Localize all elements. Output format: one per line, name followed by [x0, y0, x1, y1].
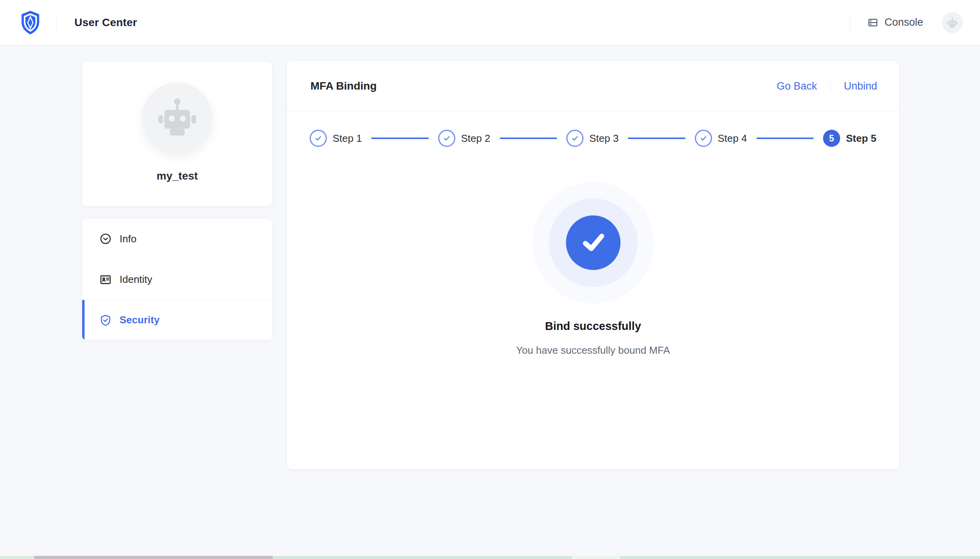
sidebar-item-label: Identity [120, 273, 152, 286]
sidebar-item-info[interactable]: Info [82, 219, 272, 259]
sidebar-menu: Info Identity Security [82, 218, 273, 340]
mfa-binding-panel: MFA Binding Go Back Unbind Step 1 Step 2… [287, 61, 899, 469]
mfa-stepper: Step 1 Step 2 Step 3 Step 4 5 Step 5 [310, 130, 876, 147]
step-label: Step 3 [589, 132, 619, 145]
step-check-icon [695, 130, 712, 147]
panel-title: MFA Binding [310, 80, 377, 92]
step-5: 5 Step 5 [823, 130, 876, 147]
bind-result: Bind successfully You have successfully … [287, 215, 899, 356]
step-2: Step 2 [438, 130, 490, 147]
step-label: Step 2 [461, 132, 490, 145]
face-icon [99, 233, 112, 245]
result-subtitle: You have successfully bound MFA [516, 344, 670, 356]
step-1: Step 1 [310, 130, 362, 147]
sidebar-item-security[interactable]: Security [82, 300, 272, 340]
app-header: User Center Console [0, 0, 980, 45]
step-check-icon [566, 130, 583, 147]
profile-card: my_test [82, 61, 273, 206]
success-check-icon [566, 215, 620, 270]
step-connector [628, 138, 685, 139]
step-label: Step 1 [333, 132, 362, 145]
shield-check-icon [99, 314, 112, 326]
sidebar-item-label: Info [120, 233, 136, 245]
scrollbar-thumb[interactable] [34, 556, 273, 559]
step-connector [500, 138, 557, 139]
step-3: Step 3 [566, 130, 619, 147]
unbind-link[interactable]: Unbind [844, 80, 877, 92]
sidebar-item-label: Security [120, 314, 160, 326]
page-title: User Center [74, 16, 137, 29]
step-check-icon [438, 130, 455, 147]
console-divider [850, 13, 850, 32]
header-divider [56, 14, 56, 32]
robot-avatar-icon [154, 95, 200, 141]
step-4: Step 4 [695, 130, 747, 147]
console-button[interactable]: Console [867, 16, 923, 28]
step-connector [756, 138, 814, 139]
step-label: Step 4 [718, 132, 747, 145]
scrollbar-corner [0, 556, 34, 559]
profile-avatar [142, 83, 212, 153]
go-back-link[interactable]: Go Back [777, 80, 817, 92]
app-logo-shield-icon [19, 10, 42, 35]
actions-divider [830, 80, 830, 92]
result-title: Bind successfully [545, 320, 641, 333]
console-label: Console [885, 16, 923, 28]
horizontal-scrollbar[interactable] [0, 556, 980, 559]
robot-avatar-icon [946, 16, 959, 29]
scrollbar-track-highlight [572, 556, 620, 559]
step-check-icon [310, 130, 327, 147]
sidebar-item-identity[interactable]: Identity [82, 259, 272, 300]
step-label: Step 5 [846, 132, 876, 145]
user-avatar[interactable] [942, 12, 963, 33]
id-card-icon [99, 273, 112, 286]
step-number-badge: 5 [823, 130, 840, 147]
panel-header: MFA Binding Go Back Unbind [287, 61, 899, 111]
step-connector [371, 138, 428, 139]
username: my_test [157, 170, 198, 182]
console-icon [867, 17, 878, 28]
